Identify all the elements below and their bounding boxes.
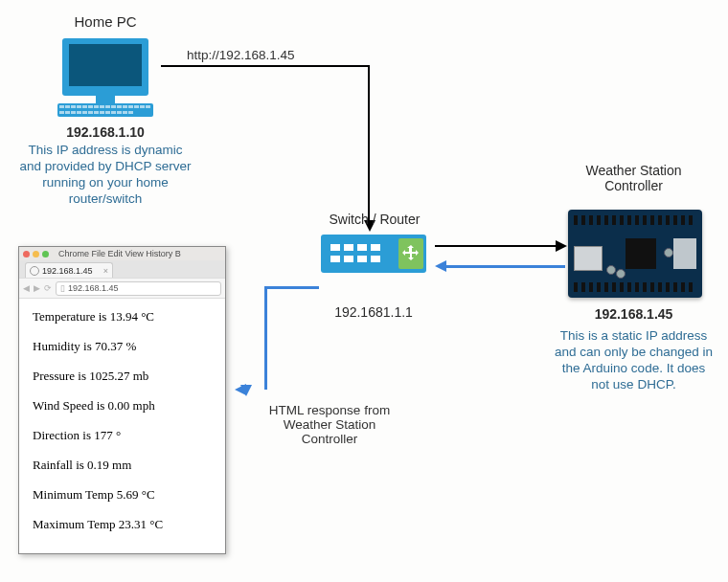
arrow-arduino-to-switch [445, 265, 565, 268]
reading-temp: Temperature is 13.94 °C [33, 310, 212, 323]
zoom-icon[interactable] [42, 251, 49, 257]
arrow-switch-to-arduino [435, 245, 556, 247]
back-icon[interactable]: ◀ [23, 283, 30, 293]
reading-pressure: Pressure is 1025.27 mb [33, 369, 212, 382]
controller-ip: 192.168.1.45 [556, 306, 712, 322]
arrow-pc-to-switch-h [161, 65, 370, 67]
close-icon[interactable] [23, 251, 30, 257]
arrow-response-head-left [235, 384, 246, 395]
url-input[interactable]: ▯ 192.168.1.45 [56, 281, 221, 296]
controller-desc: This is a static IP address and can only… [541, 328, 726, 393]
arrow-arduino-to-switch-head [435, 260, 446, 272]
tab-close-icon[interactable]: × [103, 266, 108, 276]
reload-icon[interactable]: ⟳ [44, 283, 52, 293]
browser-tab[interactable]: 192.168.1.45 × [25, 262, 113, 278]
switch-ip: 192.1681.1.1 [316, 304, 431, 320]
reading-wind: Wind Speed is 0.00 mph [33, 399, 212, 412]
switch-cross-panel-icon [398, 238, 423, 269]
reading-min: Minimum Temp 5.69 °C [33, 488, 212, 501]
arrow-response-h [264, 286, 319, 289]
controller-title: Weather Station Controller [556, 163, 712, 193]
arrow-response-v [264, 286, 267, 390]
home-pc-ip: 192.168.1.10 [24, 124, 187, 140]
reading-dir: Direction is 177 ° [33, 429, 212, 441]
reading-humidity: Humidity is 70.37 % [33, 340, 212, 352]
browser-titlebar: Chrome File Edit View History B [19, 247, 225, 260]
tab-title: 192.168.1.45 [42, 266, 93, 276]
browser-content: Temperature is 13.94 °C Humidity is 70.3… [19, 299, 225, 542]
browser-address-bar: ◀ ▶ ⟳ ▯ 192.168.1.45 [19, 278, 225, 299]
browser-menus: Chrome File Edit View History B [58, 249, 181, 258]
browser-tabstrip: 192.168.1.45 × [19, 260, 225, 278]
edge-response-label: HTML response from Weather Station Contr… [253, 403, 406, 446]
file-icon: ▯ [60, 283, 65, 293]
forward-icon[interactable]: ▶ [34, 283, 40, 293]
edge-http-request: http://192.168.1.45 [187, 48, 295, 62]
minimize-icon[interactable] [33, 251, 39, 257]
reading-rain: Rainfall is 0.19 mm [33, 459, 212, 471]
globe-icon [30, 266, 39, 276]
arduino-board-icon [568, 210, 702, 298]
switch-title: Switch / Router [312, 212, 437, 227]
arrow-switch-to-arduino-head [556, 240, 567, 252]
browser-window: Chrome File Edit View History B 192.168.… [18, 246, 226, 554]
arrow-pc-to-switch-v [368, 65, 370, 223]
reading-max: Maximum Temp 23.31 °C [33, 518, 212, 530]
home-pc-desc: This IP address is dynamic and provided … [2, 143, 209, 208]
home-pc-title: Home PC [38, 13, 172, 30]
